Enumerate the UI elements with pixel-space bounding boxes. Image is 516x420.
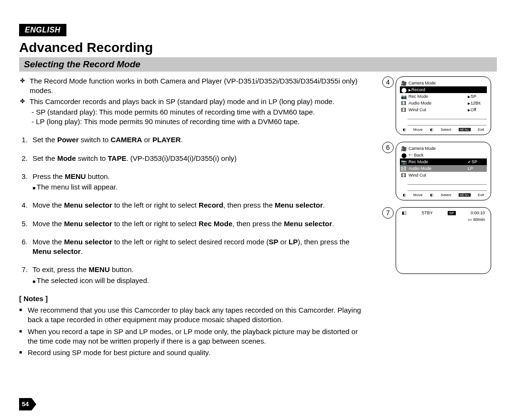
sp-badge: SP bbox=[448, 211, 456, 215]
lcd-screen: 🎥Camera Mode ⬤⭠ Back 📷Rec ModeSP 🎞Audio … bbox=[396, 142, 491, 200]
intro-subitem: SP (standard play): This mode permits 60… bbox=[32, 107, 369, 117]
film2-icon: 🎞 bbox=[400, 107, 408, 113]
page-number: 54 bbox=[19, 398, 32, 410]
menu-badge: MENU bbox=[459, 193, 471, 197]
step-item: Move the Menu selector to the left or ri… bbox=[30, 200, 369, 210]
lcd-screen: 🎥Camera Mode ⬤Record 📷Rec ModeSP 🎞Audio … bbox=[396, 76, 491, 135]
note-item: Record using SP mode for best picture an… bbox=[19, 348, 369, 357]
section-heading: Selecting the Record Mode bbox=[19, 57, 497, 72]
camera-icon: 🎥 bbox=[400, 146, 408, 151]
intro-subitem: LP (long play): This mode permits 90 min… bbox=[32, 117, 369, 126]
step-subitem: The menu list will appear. bbox=[32, 182, 369, 192]
step-item: Set the Mode switch to TAPE. (VP-D353(i)… bbox=[30, 154, 369, 163]
steps-list: Set the Power switch to CAMERA or PLAYER… bbox=[19, 135, 369, 285]
tape-icon: ⬤ bbox=[400, 87, 408, 93]
screen-footer: ◐Move ◐Select MENUExit bbox=[400, 127, 487, 132]
figure-column: 4 🎥Camera Mode ⬤Record 📷Rec ModeSP 🎞Audi… bbox=[382, 76, 497, 359]
tape-icon: ⬤ bbox=[400, 153, 408, 158]
film-icon: 🎞 bbox=[400, 101, 408, 106]
stby-label: STBY bbox=[421, 210, 433, 215]
select-icon: ◐ bbox=[430, 193, 433, 197]
manual-page: ENGLISH Advanced Recording Selecting the… bbox=[0, 0, 516, 420]
camera-icon: 🎥 bbox=[400, 81, 408, 86]
intro-item: This Camcorder records and plays back in… bbox=[19, 97, 369, 127]
move-icon: ◐ bbox=[403, 127, 406, 132]
timecode: 0:00:10 bbox=[471, 210, 485, 215]
step-number-badge: 4 bbox=[382, 76, 394, 88]
note-item: We recommend that you use this Camcorder… bbox=[19, 305, 369, 325]
film-icon: 🎞 bbox=[400, 166, 408, 171]
cam-icon: 📷 bbox=[400, 94, 408, 99]
step-item: Press the MENU button. The menu list wil… bbox=[30, 172, 369, 192]
cam-icon: 📷 bbox=[400, 159, 408, 165]
notes-heading: [ Notes ] bbox=[19, 294, 369, 304]
figure-6: 6 🎥Camera Mode ⬤⭠ Back 📷Rec ModeSP 🎞Audi… bbox=[382, 142, 497, 200]
page-number-marker bbox=[32, 398, 36, 410]
film2-icon: 🎞 bbox=[400, 173, 408, 178]
figure-7: 7 ▮▯ STBY SP 0:00:10 ▭ 60min bbox=[382, 207, 497, 274]
step-item: Set the Power switch to CAMERA or PLAYER… bbox=[30, 135, 369, 145]
step-number-badge: 7 bbox=[382, 207, 394, 219]
content-columns: The Record Mode function works in both C… bbox=[19, 76, 497, 359]
figure-4: 4 🎥Camera Mode ⬤Record 📷Rec ModeSP 🎞Audi… bbox=[382, 76, 497, 135]
menu-badge: MENU bbox=[459, 128, 471, 131]
text-column: The Record Mode function works in both C… bbox=[19, 76, 369, 359]
step-number-badge: 6 bbox=[382, 142, 394, 153]
step-item: Move the Menu selector to the left or ri… bbox=[30, 237, 369, 257]
note-item: When you record a tape in SP and LP mode… bbox=[19, 327, 369, 346]
tape-remaining: 60min bbox=[473, 217, 485, 222]
move-icon: ◐ bbox=[403, 193, 406, 197]
battery-icon: ▮▯ bbox=[402, 210, 407, 215]
step-subitem: The selected icon will be displayed. bbox=[32, 276, 369, 285]
notes-list: We recommend that you use this Camcorder… bbox=[19, 305, 369, 357]
select-icon: ◐ bbox=[430, 127, 433, 132]
page-title: Advanced Recording bbox=[19, 40, 497, 55]
step-item: Move the Menu selector to the left or ri… bbox=[30, 219, 369, 229]
language-badge: ENGLISH bbox=[19, 24, 66, 36]
cassette-icon: ▭ bbox=[468, 217, 472, 222]
step-item: To exit, press the MENU button. The sele… bbox=[30, 265, 369, 285]
intro-item: The Record Mode function works in both C… bbox=[19, 76, 369, 96]
screen-footer: ◐Move ◐Select MENUExit bbox=[400, 193, 487, 197]
lcd-screen: ▮▯ STBY SP 0:00:10 ▭ 60min bbox=[396, 207, 491, 274]
intro-list: The Record Mode function works in both C… bbox=[19, 76, 369, 126]
